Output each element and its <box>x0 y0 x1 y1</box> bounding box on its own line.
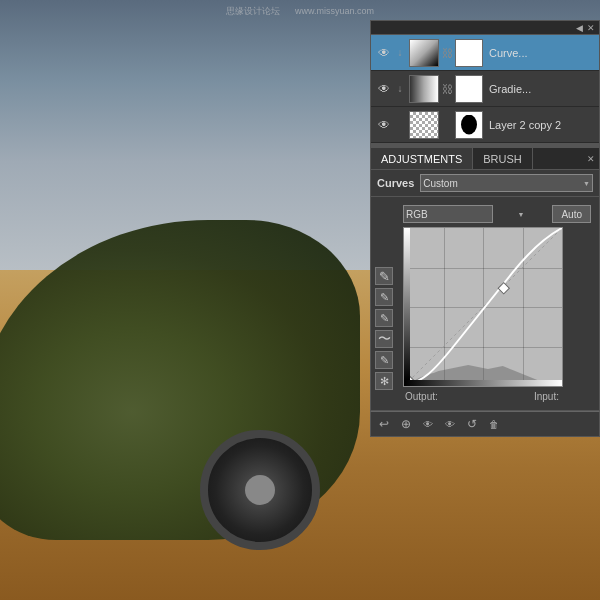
layer-thumbnail <box>409 111 439 139</box>
auto-button[interactable]: Auto <box>552 205 591 223</box>
watermark-left: 思缘设计论坛 <box>226 6 280 16</box>
adj-preset-wrapper: Custom <box>420 174 593 192</box>
star-tool-btn[interactable]: ✻ <box>375 372 393 390</box>
watermark-right: www.missyuan.com <box>295 6 374 16</box>
tab-adjustments[interactable]: ADJUSTMENTS <box>371 148 473 169</box>
input-gradient-bar <box>404 380 562 386</box>
mask-thumbnail <box>456 40 482 66</box>
curves-graph[interactable] <box>403 227 563 387</box>
layer-visibility-icon[interactable]: 👁 <box>375 80 393 98</box>
reset-icon[interactable]: ↺ <box>463 415 481 433</box>
adj-toolbar: ✎ ✎ ✎ 〜 ✎ ✻ <box>375 267 393 390</box>
curves-area: RGB Auto <box>403 205 591 402</box>
input-black-point[interactable] <box>406 386 416 387</box>
back-icon[interactable]: ↩ <box>375 415 393 433</box>
tab-brush[interactable]: BRUSH <box>473 148 533 169</box>
mask-thumbnail <box>456 76 482 102</box>
adj-panel-close-btn[interactable]: ✕ <box>587 154 595 164</box>
adj-preset-select[interactable]: Custom <box>420 174 593 192</box>
layer-row[interactable]: 👁 Layer 2 copy 2 <box>371 107 599 143</box>
layer-name: Curve... <box>485 47 595 59</box>
layer-chain-icon <box>441 119 453 131</box>
adj-tab-bar: ADJUSTMENTS BRUSH ✕ <box>371 148 599 170</box>
silhouette-thumbnail <box>456 112 482 138</box>
layers-panel: ◀ ✕ 👁 ↓ ⛓ Curve... 👁 ↓ ⛓ <box>370 20 600 144</box>
gradient-thumbnail <box>410 76 438 102</box>
layer-visibility-icon[interactable]: 👁 <box>375 44 393 62</box>
adjustments-panel: ADJUSTMENTS BRUSH ✕ Curves Custom ✎ ✎ ✎ <box>370 148 600 411</box>
bottom-toolbar: ↩ ⊕ 👁 👁 ↺ 🗑 <box>370 411 600 437</box>
panel-collapse-btn[interactable]: ◀ <box>576 23 583 33</box>
input-label: Input: <box>497 391 559 402</box>
layer-name: Layer 2 copy 2 <box>485 119 595 131</box>
adj-curves-title: Curves <box>377 177 414 189</box>
curves-svg[interactable] <box>404 228 562 386</box>
curves-thumbnail <box>410 40 438 66</box>
eye2-icon[interactable]: 👁 <box>441 415 459 433</box>
wheel <box>200 430 320 550</box>
layer-mask <box>455 75 483 103</box>
layer-link-icon: ↓ <box>393 47 407 58</box>
output-label: Output: <box>405 391 467 402</box>
layer-link-icon: ↓ <box>393 83 407 94</box>
visibility-icon[interactable]: 👁 <box>419 415 437 433</box>
svg-rect-1 <box>498 283 509 294</box>
panel-close-btn[interactable]: ✕ <box>587 23 595 33</box>
output-gradient-bar <box>404 228 410 380</box>
channel-select[interactable]: RGB <box>403 205 493 223</box>
layer-row[interactable]: 👁 ↓ ⛓ Gradie... <box>371 71 599 107</box>
output-input-row: Output: Input: <box>403 391 591 402</box>
watermark: 思缘设计论坛 www.missyuan.com <box>0 5 600 18</box>
rgb-select-wrapper: RGB <box>403 205 548 223</box>
layer-mask <box>455 39 483 67</box>
svg-line-0 <box>404 228 562 386</box>
silhouette-shape <box>461 115 477 135</box>
layer-row[interactable]: 👁 ↓ ⛓ Curve... <box>371 35 599 71</box>
layer-visibility-icon[interactable]: 👁 <box>375 116 393 134</box>
layer-chain-icon[interactable]: ⛓ <box>441 47 453 59</box>
delete-point-tool-btn[interactable]: ✎ <box>375 309 393 327</box>
layer-link-icon <box>393 119 407 130</box>
layer-thumbnail <box>409 39 439 67</box>
delete-icon[interactable]: 🗑 <box>485 415 503 433</box>
smooth-tool-btn[interactable]: 〜 <box>375 330 393 348</box>
input-white-point[interactable] <box>550 386 560 387</box>
rgb-row: RGB Auto <box>403 205 591 223</box>
add-mask-icon[interactable]: ⊕ <box>397 415 415 433</box>
layer-chain-icon[interactable]: ⛓ <box>441 83 453 95</box>
add-point-tool-btn[interactable]: ✎ <box>375 288 393 306</box>
checkered-thumbnail <box>410 112 438 138</box>
panel-header: ◀ ✕ <box>371 21 599 35</box>
eyedropper-tool-btn[interactable]: ✎ <box>375 267 393 285</box>
layer-name: Gradie... <box>485 83 595 95</box>
layer-thumbnail <box>409 75 439 103</box>
pencil-tool-btn[interactable]: ✎ <box>375 351 393 369</box>
adj-header: Curves Custom <box>371 170 599 197</box>
layer-mask <box>455 111 483 139</box>
